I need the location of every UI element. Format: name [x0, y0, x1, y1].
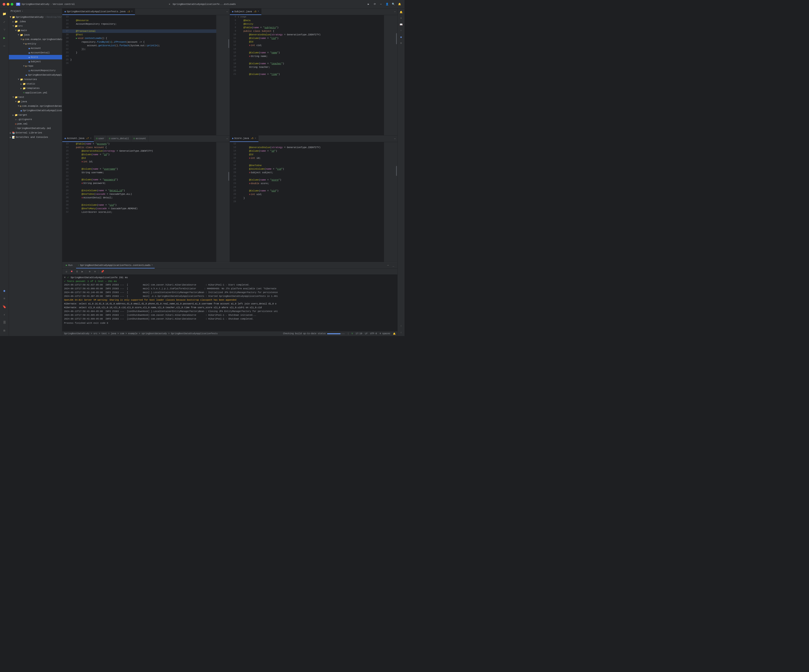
structure-right-icon[interactable]: ≡	[398, 15, 404, 21]
close-icon[interactable]: ×	[255, 137, 256, 140]
sidebar-item-active[interactable]: ◉	[1, 287, 8, 294]
maven-right-icon[interactable]: m	[398, 40, 404, 46]
tree-item-subject[interactable]: ◉ Subject	[9, 59, 62, 64]
maximize-button[interactable]	[11, 3, 13, 5]
tree-item-idea[interactable]: ▶ 📁 .idea	[9, 19, 62, 24]
expand-button[interactable]: ⊕	[93, 269, 97, 274]
bookmarks-right-icon[interactable]: 📖	[398, 22, 404, 27]
tree-item-entity[interactable]: ▼ ⊞ entity	[9, 42, 62, 46]
sidebar-item-more[interactable]: ⋯	[1, 42, 8, 49]
line-col[interactable]: 17:19	[356, 332, 362, 335]
tree-item-test-java[interactable]: ▼ 📁 java	[9, 99, 62, 104]
sidebar-item-project[interactable]: 📁	[1, 10, 8, 17]
editor-code-area-top-right[interactable]: 5 1 usage 6 @Data 7 @Entity 8	[230, 15, 384, 135]
scrollbar-thumb[interactable]	[396, 33, 397, 44]
tree-item-target[interactable]: ▶ 📁 target	[9, 113, 62, 117]
notifications-button[interactable]: 🔔	[398, 2, 402, 7]
sidebar-item-maven[interactable]: m	[1, 327, 8, 334]
tree-item-apptests[interactable]: ◉ SpringBootDataStudyApplicationTests	[9, 108, 62, 113]
tree-item-templates[interactable]: ▶ 📁 templates	[9, 86, 62, 90]
tab-contextloads[interactable]: ✓ SpringBootDataStudyApplicationTests.co…	[76, 262, 154, 268]
sidebar-item-plugins[interactable]: ⚡	[1, 311, 8, 318]
git-right-icon[interactable]: ⑂	[398, 28, 404, 34]
database-right-icon[interactable]: ◉	[398, 34, 404, 40]
account-button[interactable]: 👤	[385, 2, 389, 7]
tree-item-yml[interactable]: ≡ application.yml	[9, 90, 62, 95]
tree-item-resources[interactable]: ▼ 📁 resources	[9, 77, 62, 82]
tab-account[interactable]: ◉ Account.java ⚠7 ×	[62, 136, 94, 142]
notifications-right-icon[interactable]: 🔔	[398, 9, 404, 15]
filter-button[interactable]: ⊛	[87, 269, 92, 274]
resume-button[interactable]: ▶	[80, 269, 84, 274]
settings-icon[interactable]: ⋯	[386, 263, 390, 268]
run-button[interactable]: ▶	[366, 2, 371, 7]
scrollbar-thumb[interactable]	[228, 172, 229, 181]
tabs-more-button[interactable]: ⋯	[392, 137, 398, 140]
minimize-button[interactable]	[7, 3, 9, 5]
close-icon[interactable]: ×	[151, 264, 153, 266]
tree-item-test[interactable]: ▼ 📁 test	[9, 95, 62, 99]
tab-account-db[interactable]: ⊟ account	[131, 136, 148, 142]
close-icon[interactable]: ×	[131, 10, 133, 13]
editor-code-area-bottom-left[interactable]: 13 @Table(name = "account") 14 public cl…	[62, 142, 216, 262]
sidebar-item-commit[interactable]: ✓	[1, 18, 8, 25]
tabs-more-button[interactable]: ⋯	[225, 10, 230, 13]
sidebar-item-database[interactable]: 🗄	[1, 319, 8, 326]
tree-item-package[interactable]: ▼ ⊞ com.example.springbootdatastudy	[9, 37, 62, 42]
search-button[interactable]: 🔍	[391, 2, 396, 7]
tab-subject[interactable]: ◉ Subject.java ⚠5 ×	[230, 8, 262, 15]
pin-button[interactable]: 📌	[100, 269, 104, 274]
sidebar-item-bookmarks[interactable]: 🔖	[1, 303, 8, 310]
minimize-icon[interactable]: _	[391, 263, 396, 268]
left-sidebar-icons: 📁 ✓ ⑂ ▶ ⋯ ◉ ≡ 🔖 ⚡ 🗄 m	[0, 8, 9, 336]
stop-button[interactable]: ■	[69, 269, 74, 274]
close-icon[interactable]: ×	[90, 137, 91, 140]
tree-item-extlibs[interactable]: ▶ 📚 External Libraries	[9, 131, 62, 135]
tree-item-src[interactable]: ▼ 📁 src	[9, 24, 62, 28]
project-name[interactable]: SpringBootDataStudy	[22, 3, 49, 5]
tree-item-java[interactable]: ▼ 📁 java	[9, 33, 62, 37]
sidebar-item-run[interactable]: ▶	[1, 34, 8, 41]
tree-item-main[interactable]: ▼ 📁 main	[9, 28, 62, 33]
tabs-more-button[interactable]: ⋯	[225, 137, 230, 140]
tree-item-static[interactable]: ▶ 📁 static	[9, 82, 62, 86]
rerun-button[interactable]: ↺	[64, 269, 69, 274]
close-button[interactable]	[3, 3, 5, 5]
tree-item-score[interactable]: ◉ Score	[9, 55, 62, 59]
tree-item-pom[interactable]: ⊡ pom.xml	[9, 122, 62, 126]
tab-users-detail-db[interactable]: ⊟ users_detail	[107, 136, 131, 142]
sidebar-item-vcs[interactable]: ⑂	[1, 26, 8, 34]
tree-item-account[interactable]: ◉ Account	[9, 46, 62, 50]
tree-item-accountrepo[interactable]: ◎ AccountRepository	[9, 68, 62, 73]
close-icon[interactable]: ×	[258, 10, 259, 13]
version-control[interactable]: Version control	[53, 3, 75, 5]
down-arrow-icon[interactable]: ↓	[398, 330, 404, 335]
sidebar-item-structure[interactable]: ≡	[1, 295, 8, 302]
tab-user-db[interactable]: ⊟ user	[94, 136, 107, 142]
package-icon: ⊞	[20, 105, 22, 107]
tree-item-gitignore[interactable]: ⊘ .gitignore	[9, 117, 62, 122]
editor-code-area-bottom-right[interactable]: 12 13 @GeneratedValue(strategy = Generat…	[230, 142, 384, 262]
lf-indicator[interactable]: LF	[365, 332, 368, 335]
tab-run[interactable]: ▶ Run	[64, 262, 74, 268]
editor-code-area-top-left[interactable]: 13 14 @Resource 15 AccountRepository rep…	[62, 15, 216, 135]
update-button[interactable]: ⟳	[373, 2, 377, 7]
indent[interactable]: 4 spaces	[379, 332, 390, 335]
up-arrow-icon[interactable]: ↑	[398, 323, 404, 329]
settings-button[interactable]: ⋯	[379, 2, 383, 7]
notification-icon[interactable]: 🔔	[393, 332, 396, 335]
pause-button[interactable]: ⏸	[75, 269, 79, 274]
tab-appltests[interactable]: ◉ SpringBootDataStudyApplicationTests.ja…	[62, 8, 135, 15]
tree-item-scratches[interactable]: ▶ 📝 Scratches and Consoles	[9, 135, 62, 139]
tree-item-repo[interactable]: ▼ ⊞ repo	[9, 64, 62, 68]
tree-item-app[interactable]: ▶ SpringBootDataStudyApplication	[9, 73, 62, 77]
tree-item-iml[interactable]: □ SpringBootDataStudy.iml	[9, 126, 62, 131]
tree-item-test-package[interactable]: ▼ ⊞ com.example.springbootdatastudy	[9, 104, 62, 108]
encoding[interactable]: UTF-8	[370, 332, 377, 335]
tab-score[interactable]: ◉ Score.java ⚠5 ×	[230, 136, 258, 142]
tree-item-accountdetail[interactable]: ◉ AccountDetail	[9, 50, 62, 55]
tree-root[interactable]: ▼ 📁 SpringBootDataStudy ~/Desktop/CS/Jav…	[9, 15, 62, 19]
tabs-more-button[interactable]: ⋯	[392, 10, 398, 13]
scrollbar-thumb[interactable]	[228, 39, 229, 48]
scrollbar-thumb[interactable]	[396, 166, 397, 176]
